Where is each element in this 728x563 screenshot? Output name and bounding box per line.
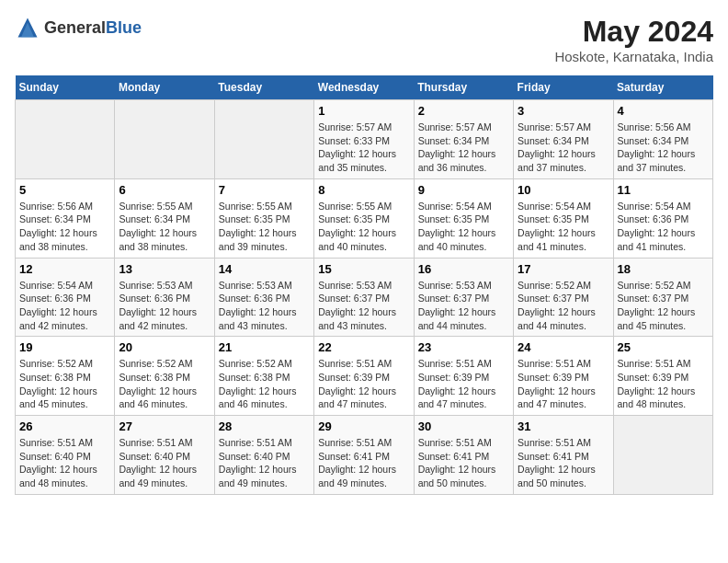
day-info: Sunrise: 5:51 AM Sunset: 6:40 PM Dayligh… (119, 436, 210, 490)
page-subtitle: Hoskote, Karnataka, India (554, 49, 713, 64)
day-number: 4 (618, 104, 709, 118)
calendar-week-5: 26Sunrise: 5:51 AM Sunset: 6:40 PM Dayli… (16, 416, 713, 495)
day-number: 13 (119, 262, 210, 276)
day-number: 22 (318, 340, 409, 354)
day-info: Sunrise: 5:56 AM Sunset: 6:34 PM Dayligh… (618, 121, 709, 175)
logo-blue: Blue (106, 18, 142, 37)
day-info: Sunrise: 5:52 AM Sunset: 6:38 PM Dayligh… (19, 357, 110, 411)
day-info: Sunrise: 5:51 AM Sunset: 6:39 PM Dayligh… (518, 357, 609, 411)
day-info: Sunrise: 5:52 AM Sunset: 6:37 PM Dayligh… (618, 279, 709, 333)
day-number: 24 (518, 340, 609, 354)
day-info: Sunrise: 5:53 AM Sunset: 6:36 PM Dayligh… (219, 279, 310, 333)
day-of-week-wednesday: Wednesday (314, 75, 414, 100)
calendar-cell: 28Sunrise: 5:51 AM Sunset: 6:40 PM Dayli… (214, 416, 313, 495)
calendar-cell: 14Sunrise: 5:53 AM Sunset: 6:36 PM Dayli… (214, 258, 313, 337)
day-number: 27 (119, 419, 210, 433)
day-info: Sunrise: 5:51 AM Sunset: 6:39 PM Dayligh… (618, 357, 709, 411)
day-info: Sunrise: 5:55 AM Sunset: 6:35 PM Dayligh… (318, 200, 409, 254)
calendar-cell (16, 100, 115, 179)
day-of-week-sunday: Sunday (16, 75, 115, 100)
calendar-cell: 24Sunrise: 5:51 AM Sunset: 6:39 PM Dayli… (514, 337, 613, 416)
day-number: 1 (318, 104, 409, 118)
day-info: Sunrise: 5:56 AM Sunset: 6:34 PM Dayligh… (19, 200, 110, 254)
logo-general: General (44, 18, 106, 37)
day-info: Sunrise: 5:54 AM Sunset: 6:35 PM Dayligh… (518, 200, 609, 254)
calendar-cell: 9Sunrise: 5:54 AM Sunset: 6:35 PM Daylig… (414, 178, 513, 258)
day-info: Sunrise: 5:51 AM Sunset: 6:40 PM Dayligh… (19, 436, 110, 490)
calendar-cell: 29Sunrise: 5:51 AM Sunset: 6:41 PM Dayli… (314, 416, 414, 495)
day-of-week-saturday: Saturday (613, 75, 712, 100)
day-info: Sunrise: 5:57 AM Sunset: 6:34 PM Dayligh… (418, 121, 509, 175)
calendar-cell: 7Sunrise: 5:55 AM Sunset: 6:35 PM Daylig… (214, 178, 313, 258)
calendar-cell: 4Sunrise: 5:56 AM Sunset: 6:34 PM Daylig… (613, 100, 712, 179)
calendar-cell: 17Sunrise: 5:52 AM Sunset: 6:37 PM Dayli… (514, 258, 613, 337)
calendar-cell: 26Sunrise: 5:51 AM Sunset: 6:40 PM Dayli… (16, 416, 115, 495)
day-info: Sunrise: 5:51 AM Sunset: 6:41 PM Dayligh… (418, 436, 509, 490)
day-of-week-monday: Monday (115, 75, 214, 100)
day-info: Sunrise: 5:51 AM Sunset: 6:41 PM Dayligh… (518, 436, 609, 490)
calendar-cell: 27Sunrise: 5:51 AM Sunset: 6:40 PM Dayli… (115, 416, 214, 495)
day-number: 29 (318, 419, 409, 433)
calendar-cell: 19Sunrise: 5:52 AM Sunset: 6:38 PM Dayli… (16, 337, 115, 416)
calendar-cell: 30Sunrise: 5:51 AM Sunset: 6:41 PM Dayli… (414, 416, 513, 495)
day-number: 21 (219, 340, 310, 354)
day-number: 3 (518, 104, 609, 118)
day-number: 2 (418, 104, 509, 118)
day-number: 10 (518, 183, 609, 197)
day-info: Sunrise: 5:51 AM Sunset: 6:40 PM Dayligh… (219, 436, 310, 490)
day-info: Sunrise: 5:51 AM Sunset: 6:39 PM Dayligh… (418, 357, 509, 411)
day-number: 28 (219, 419, 310, 433)
calendar-cell: 1Sunrise: 5:57 AM Sunset: 6:33 PM Daylig… (314, 100, 414, 179)
day-of-week-friday: Friday (514, 75, 613, 100)
day-number: 15 (318, 262, 409, 276)
day-number: 5 (19, 183, 110, 197)
title-block: May 2024 Hoskote, Karnataka, India (554, 15, 713, 64)
calendar-cell: 13Sunrise: 5:53 AM Sunset: 6:36 PM Dayli… (115, 258, 214, 337)
days-header-row: SundayMondayTuesdayWednesdayThursdayFrid… (16, 75, 713, 100)
day-number: 23 (418, 340, 509, 354)
day-info: Sunrise: 5:51 AM Sunset: 6:41 PM Dayligh… (318, 436, 409, 490)
calendar-cell: 12Sunrise: 5:54 AM Sunset: 6:36 PM Dayli… (16, 258, 115, 337)
day-info: Sunrise: 5:53 AM Sunset: 6:37 PM Dayligh… (318, 279, 409, 333)
day-number: 17 (518, 262, 609, 276)
calendar-week-3: 12Sunrise: 5:54 AM Sunset: 6:36 PM Dayli… (16, 258, 713, 337)
calendar-cell: 23Sunrise: 5:51 AM Sunset: 6:39 PM Dayli… (414, 337, 513, 416)
calendar-cell: 21Sunrise: 5:52 AM Sunset: 6:38 PM Dayli… (214, 337, 313, 416)
calendar-cell: 10Sunrise: 5:54 AM Sunset: 6:35 PM Dayli… (514, 178, 613, 258)
calendar-cell: 3Sunrise: 5:57 AM Sunset: 6:34 PM Daylig… (514, 100, 613, 179)
day-number: 31 (518, 419, 609, 433)
calendar-cell: 2Sunrise: 5:57 AM Sunset: 6:34 PM Daylig… (414, 100, 513, 179)
calendar-cell: 18Sunrise: 5:52 AM Sunset: 6:37 PM Dayli… (613, 258, 712, 337)
day-number: 12 (19, 262, 110, 276)
logo: GeneralBlue (15, 15, 142, 40)
calendar-cell (214, 100, 313, 179)
day-number: 19 (19, 340, 110, 354)
day-number: 6 (119, 183, 210, 197)
logo-icon (15, 15, 40, 40)
day-info: Sunrise: 5:53 AM Sunset: 6:36 PM Dayligh… (119, 279, 210, 333)
calendar-cell: 8Sunrise: 5:55 AM Sunset: 6:35 PM Daylig… (314, 178, 414, 258)
day-info: Sunrise: 5:52 AM Sunset: 6:37 PM Dayligh… (518, 279, 609, 333)
page-title: May 2024 (554, 15, 713, 49)
calendar-week-1: 1Sunrise: 5:57 AM Sunset: 6:33 PM Daylig… (16, 100, 713, 179)
calendar-cell (613, 416, 712, 495)
day-of-week-tuesday: Tuesday (214, 75, 313, 100)
day-info: Sunrise: 5:55 AM Sunset: 6:35 PM Dayligh… (219, 200, 310, 254)
calendar-cell: 31Sunrise: 5:51 AM Sunset: 6:41 PM Dayli… (514, 416, 613, 495)
day-number: 14 (219, 262, 310, 276)
calendar-cell: 25Sunrise: 5:51 AM Sunset: 6:39 PM Dayli… (613, 337, 712, 416)
day-info: Sunrise: 5:51 AM Sunset: 6:39 PM Dayligh… (318, 357, 409, 411)
logo-text: GeneralBlue (44, 18, 142, 38)
calendar-table: SundayMondayTuesdayWednesdayThursdayFrid… (15, 75, 713, 495)
day-number: 8 (318, 183, 409, 197)
day-number: 25 (618, 340, 709, 354)
calendar-week-4: 19Sunrise: 5:52 AM Sunset: 6:38 PM Dayli… (16, 337, 713, 416)
day-info: Sunrise: 5:54 AM Sunset: 6:36 PM Dayligh… (19, 279, 110, 333)
day-number: 11 (618, 183, 709, 197)
calendar-week-2: 5Sunrise: 5:56 AM Sunset: 6:34 PM Daylig… (16, 178, 713, 258)
calendar-body: 1Sunrise: 5:57 AM Sunset: 6:33 PM Daylig… (16, 100, 713, 495)
day-number: 26 (19, 419, 110, 433)
day-number: 9 (418, 183, 509, 197)
calendar-header: SundayMondayTuesdayWednesdayThursdayFrid… (16, 75, 713, 100)
day-info: Sunrise: 5:57 AM Sunset: 6:33 PM Dayligh… (318, 121, 409, 175)
